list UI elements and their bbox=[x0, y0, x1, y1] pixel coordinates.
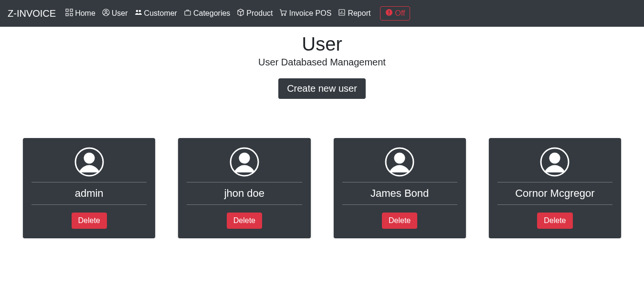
people-icon bbox=[135, 9, 142, 18]
divider bbox=[32, 204, 147, 205]
grid-icon bbox=[65, 9, 73, 18]
delete-button[interactable]: Delete bbox=[537, 213, 572, 229]
box-icon bbox=[237, 9, 244, 18]
svg-point-22 bbox=[550, 153, 560, 163]
chart-icon bbox=[338, 9, 346, 18]
divider bbox=[497, 182, 612, 182]
nav-label: Home bbox=[75, 9, 95, 18]
nav-label: Report bbox=[348, 9, 370, 18]
user-name: James Bond bbox=[342, 187, 457, 200]
divider bbox=[187, 204, 302, 205]
nav-label: Categories bbox=[193, 9, 230, 18]
nav-item-product[interactable]: Product bbox=[237, 9, 273, 18]
brand[interactable]: Z-INVOICE bbox=[8, 8, 56, 19]
svg-rect-1 bbox=[70, 9, 73, 11]
user-circle-icon bbox=[102, 9, 110, 18]
user-card: James Bond Delete bbox=[334, 138, 466, 238]
user-name: admin bbox=[32, 187, 147, 200]
off-button[interactable]: Off bbox=[380, 6, 410, 21]
nav-item-user[interactable]: User bbox=[102, 9, 128, 18]
nav-label: Product bbox=[246, 9, 273, 18]
user-name: Cornor Mcgregor bbox=[497, 187, 612, 200]
nav-links: Home User Customer Categories Product bbox=[65, 6, 410, 21]
avatar-icon bbox=[342, 147, 457, 177]
nav-item-invoice-pos[interactable]: Invoice POS bbox=[279, 9, 331, 18]
divider bbox=[32, 182, 147, 182]
avatar-icon bbox=[187, 147, 302, 177]
nav-item-home[interactable]: Home bbox=[65, 9, 95, 18]
divider bbox=[342, 204, 457, 205]
page-subtitle: User Databased Management bbox=[0, 57, 644, 68]
user-card: jhon doe Delete bbox=[178, 138, 310, 238]
user-name: jhon doe bbox=[187, 187, 302, 200]
divider bbox=[187, 182, 302, 182]
svg-rect-2 bbox=[66, 13, 68, 16]
svg-point-9 bbox=[282, 15, 283, 16]
avatar-icon bbox=[497, 147, 612, 177]
delete-button[interactable]: Delete bbox=[382, 213, 417, 229]
delete-button[interactable]: Delete bbox=[227, 213, 262, 229]
alert-circle-icon bbox=[385, 9, 393, 18]
svg-rect-3 bbox=[70, 13, 73, 16]
svg-point-6 bbox=[136, 10, 138, 12]
user-card: Cornor Mcgregor Delete bbox=[489, 138, 621, 238]
page-content: User User Databased Management Create ne… bbox=[0, 27, 644, 238]
navbar: Z-INVOICE Home User Customer Categories bbox=[0, 0, 644, 27]
svg-point-5 bbox=[105, 11, 107, 12]
svg-rect-13 bbox=[389, 11, 390, 13]
nav-item-categories[interactable]: Categories bbox=[184, 9, 230, 18]
create-user-button[interactable]: Create new user bbox=[278, 78, 366, 99]
svg-point-7 bbox=[138, 10, 141, 12]
nav-label: Customer bbox=[144, 9, 177, 18]
nav-label: User bbox=[112, 9, 128, 18]
user-cards: admin Delete jhon doe Delete James Bond … bbox=[0, 138, 644, 238]
svg-rect-0 bbox=[66, 9, 68, 11]
avatar-icon bbox=[32, 147, 147, 177]
divider bbox=[342, 182, 457, 182]
user-card: admin Delete bbox=[23, 138, 155, 238]
nav-item-report[interactable]: Report bbox=[338, 9, 370, 18]
svg-point-10 bbox=[285, 15, 285, 16]
briefcase-icon bbox=[184, 9, 191, 18]
off-label: Off bbox=[395, 9, 405, 18]
nav-label: Invoice POS bbox=[289, 9, 331, 18]
page-title: User bbox=[0, 33, 644, 55]
svg-point-20 bbox=[395, 153, 404, 163]
svg-point-16 bbox=[84, 153, 94, 163]
svg-point-18 bbox=[240, 153, 249, 163]
delete-button[interactable]: Delete bbox=[72, 213, 107, 229]
divider bbox=[497, 204, 612, 205]
svg-point-14 bbox=[389, 14, 390, 15]
nav-item-customer[interactable]: Customer bbox=[135, 9, 177, 18]
cart-icon bbox=[279, 9, 287, 18]
svg-rect-8 bbox=[185, 11, 190, 15]
